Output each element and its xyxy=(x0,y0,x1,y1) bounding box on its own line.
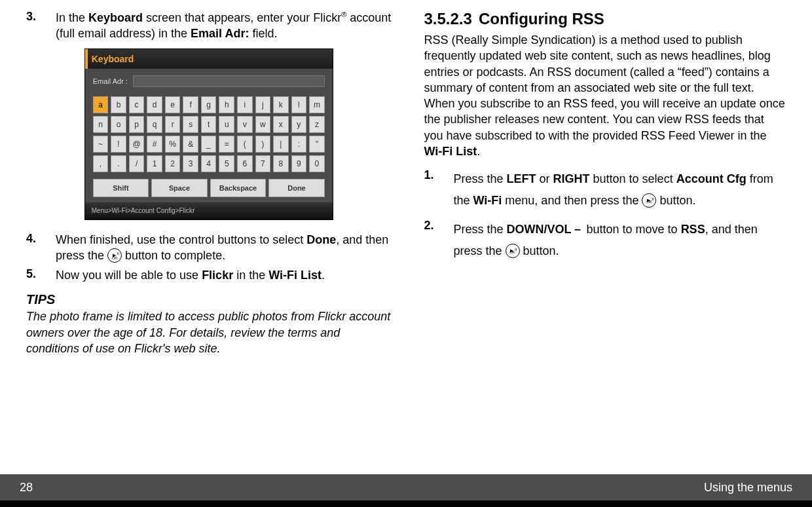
keyboard-key: 2 xyxy=(165,155,181,172)
section-heading: 3.5.2.3 Configuring RSS xyxy=(424,10,786,28)
keyboard-key: i xyxy=(237,96,253,113)
keyboard-key: q xyxy=(147,116,162,133)
step-3: 3. In the Keyboard screen that appears, … xyxy=(26,10,391,42)
right-column: 3.5.2.3 Configuring RSS RSS (Really Simp… xyxy=(424,10,786,507)
bold: RIGHT xyxy=(553,172,590,185)
tips-body: The photo frame is limited to access pub… xyxy=(26,309,391,356)
bold: Done xyxy=(306,233,336,246)
bold: LEFT xyxy=(507,172,536,185)
keyboard-key: 8 xyxy=(273,155,289,172)
keyboard-key: m xyxy=(309,96,325,113)
text: menu, and then press the xyxy=(502,194,642,207)
keyboard-key: a xyxy=(93,96,109,113)
text: button to complete. xyxy=(122,249,225,262)
keyboard-key: 6 xyxy=(237,155,253,172)
ok-button-icon: OK xyxy=(506,244,520,258)
keyboard-key: % xyxy=(165,136,181,153)
keyboard-key: t xyxy=(201,116,217,133)
keyboard-key: & xyxy=(183,136,198,153)
keyboard-key: z xyxy=(309,116,325,133)
section-intro: RSS (Really Simple Syndication) is a met… xyxy=(424,32,786,159)
bold: DOWN/VOL－ xyxy=(507,223,583,236)
footer-title: Using the menus xyxy=(704,481,792,495)
tips-heading: TIPS xyxy=(26,292,391,307)
keyboard-backspace-button: Backspace xyxy=(210,179,267,197)
keyboard-space-button: Space xyxy=(151,179,208,197)
right-step-1: 1. Press the LEFT or RIGHT button to sel… xyxy=(424,168,786,211)
keyboard-key: p xyxy=(129,116,145,133)
keyboard-key: e xyxy=(165,96,181,113)
keyboard-key: y xyxy=(291,116,307,133)
text: button to move to xyxy=(583,223,681,236)
keyboard-title: Keyboard xyxy=(92,54,134,64)
text: Press the xyxy=(453,172,506,185)
right-step-2: 2. Press the DOWN/VOL－ button to move to… xyxy=(424,219,786,261)
keyboard-key: 7 xyxy=(255,155,271,172)
keyboard-key: = xyxy=(219,136,234,153)
keyboard-key: f xyxy=(183,96,198,113)
keyboard-key: / xyxy=(129,155,145,172)
keyboard-key: 3 xyxy=(183,155,198,172)
step-5: 5. Now you will be able to use Flickr in… xyxy=(26,267,391,283)
keyboard-key: d xyxy=(147,96,162,113)
step-text: Now you will be able to use Flickr in th… xyxy=(56,267,391,283)
keyboard-key: 5 xyxy=(219,155,234,172)
section-number: 3.5.2.3 xyxy=(424,10,471,28)
section-title: Configuring RSS xyxy=(479,10,604,28)
keyboard-key: x xyxy=(273,116,289,133)
keyboard-key: ( xyxy=(237,136,253,153)
keyboard-bottom-row: ShiftSpaceBackspaceDone xyxy=(85,179,333,202)
bold: RSS xyxy=(681,223,705,236)
step-number: 3. xyxy=(26,10,56,42)
keyboard-key: @ xyxy=(129,136,145,153)
keyboard-key: ! xyxy=(111,136,126,153)
keyboard-breadcrumb: Menu>Wi-Fi>Account Config>Flickr xyxy=(85,202,333,219)
ok-button-icon: OK xyxy=(107,248,122,263)
keyboard-key: 4 xyxy=(201,155,217,172)
keyboard-key: : xyxy=(291,136,307,153)
keyboard-key: b xyxy=(111,96,126,113)
text: When finished, use the control buttons t… xyxy=(56,233,306,246)
footer-bar: 28 Using the menus xyxy=(0,474,812,500)
keyboard-key: u xyxy=(219,116,234,133)
keyboard-key: 1 xyxy=(147,155,162,172)
bold: Wi-Fi List xyxy=(268,269,322,282)
keyboard-key: | xyxy=(273,136,289,153)
keyboard-done-button: Done xyxy=(268,179,325,197)
keyboard-key: ) xyxy=(255,136,271,153)
step-number: 1. xyxy=(424,168,453,211)
text: . xyxy=(322,269,325,282)
keyboard-key: v xyxy=(237,116,253,133)
text: or xyxy=(536,172,553,185)
keyboard-shift-button: Shift xyxy=(93,179,149,197)
step-number: 2. xyxy=(424,219,453,261)
left-column: 3. In the Keyboard screen that appears, … xyxy=(26,10,391,507)
keyboard-key: g xyxy=(201,96,217,113)
step-text: Press the DOWN/VOL－ button to move to RS… xyxy=(453,219,786,261)
text: in the xyxy=(233,269,268,282)
keyboard-field-input xyxy=(133,75,325,87)
keyboard-key: o xyxy=(111,116,126,133)
text: button. xyxy=(656,194,695,207)
keyboard-key: l xyxy=(291,96,307,113)
bold: Account Cfg xyxy=(676,172,747,185)
keyboard-key: j xyxy=(255,96,271,113)
step-text: Press the LEFT or RIGHT button to select… xyxy=(453,168,786,211)
footer-black-strip xyxy=(0,500,812,507)
keyboard-key: 9 xyxy=(291,155,307,172)
keyboard-key: , xyxy=(93,155,109,172)
keyboard-key: " xyxy=(309,136,325,153)
ok-button-icon: OK xyxy=(642,193,656,208)
step-number: 5. xyxy=(26,267,56,283)
keyboard-key: # xyxy=(147,136,162,153)
text: Now you will be able to use xyxy=(56,269,202,282)
keyboard-key: r xyxy=(165,116,181,133)
text: button. xyxy=(520,244,559,257)
page-number: 28 xyxy=(20,481,33,495)
keyboard-field-row: Email Adr : xyxy=(85,69,333,92)
keyboard-key: s xyxy=(183,116,198,133)
keyboard-key: 0 xyxy=(309,155,325,172)
keyboard-key: ~ xyxy=(93,136,109,153)
keyboard-key: c xyxy=(129,96,145,113)
text: button to select xyxy=(590,172,676,185)
